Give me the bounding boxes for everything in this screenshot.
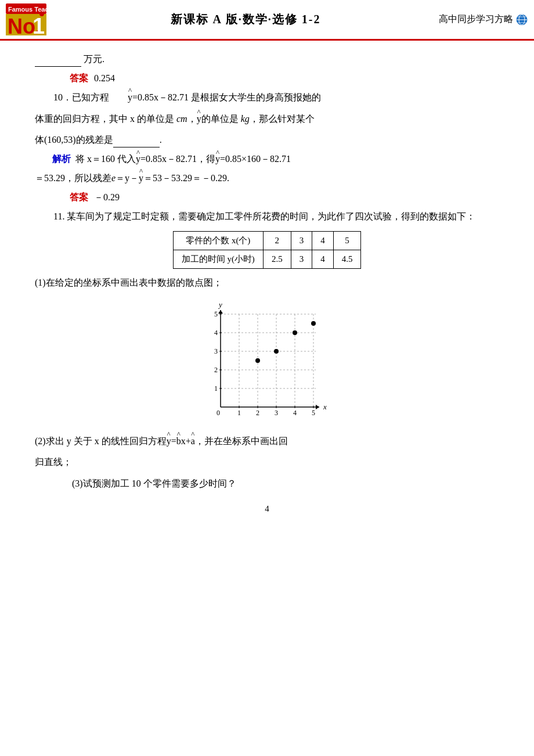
table-cell: 3 xyxy=(291,250,312,268)
page-header: Famous Teachers No. 1 新课标 A 版·数学·选修 1-2 … xyxy=(0,0,534,41)
scatter-point-2 xyxy=(274,349,279,354)
table-cell: 4 xyxy=(312,250,334,268)
answer2-row: 答案 －0.29 xyxy=(70,192,499,204)
chart-container: 0 1 2 3 4 5 x 1 2 3 xyxy=(35,300,499,427)
svg-text:x: x xyxy=(323,402,327,411)
answer1-label: 答案 xyxy=(70,73,88,85)
answer2-label: 答案 xyxy=(70,192,88,204)
header-title-center: 新课标 A 版·数学·选修 1-2 xyxy=(52,12,439,27)
table-cell: 4 xyxy=(312,231,334,250)
q10-para3: 体(160,53)的残差是. xyxy=(35,132,499,149)
svg-text:1: 1 xyxy=(33,14,45,35)
table-cell: 3 xyxy=(291,231,312,250)
globe-icon xyxy=(515,13,528,26)
y-hat-2: y xyxy=(197,111,201,128)
scatter-point-1 xyxy=(255,358,260,363)
logo: Famous Teachers No. 1 xyxy=(6,3,46,35)
svg-text:2: 2 xyxy=(256,409,259,417)
scatter-point-4 xyxy=(311,321,316,326)
table-row-data: 加工的时间 y(小时) 2.5 3 4 4.5 xyxy=(173,250,361,268)
jixi-text: 将 x＝160 代入y=0.85x－82.71，得y=0.85×160－82.7… xyxy=(73,153,291,165)
table-cell: 5 xyxy=(333,231,361,250)
svg-text:3: 3 xyxy=(214,347,218,355)
svg-marker-24 xyxy=(218,310,223,314)
page-number: 4 xyxy=(35,504,499,514)
table-cell: 2.5 xyxy=(263,250,291,268)
q11-sub3: (3)试预测加工 10 个零件需要多少时间？ xyxy=(35,476,499,492)
table-cell: 加工的时间 y(小时) xyxy=(173,250,263,268)
svg-text:Famous Teachers: Famous Teachers xyxy=(8,6,46,13)
svg-text:1: 1 xyxy=(214,384,218,393)
table-row-header: 零件的个数 x(个) 2 3 4 5 xyxy=(173,231,361,250)
table-cell: 零件的个数 x(个) xyxy=(173,231,263,250)
svg-text:5: 5 xyxy=(312,409,315,417)
svg-point-5 xyxy=(39,12,44,16)
svg-marker-23 xyxy=(316,405,319,409)
q10-blank xyxy=(113,147,160,147)
svg-text:y: y xyxy=(218,300,222,309)
y-hat-1: y xyxy=(109,89,132,106)
data-table: 零件的个数 x(个) 2 3 4 5 加工的时间 y(小时) 2.5 3 4 4… xyxy=(173,231,362,269)
jixi-row: 解析 将 x＝160 代入y=0.85x－82.71，得y=0.85×160－8… xyxy=(52,153,499,165)
q10-num: 10．已知方程y=0.85x－82.71 是根据女大学生的身高预报她的 xyxy=(53,92,321,102)
svg-text:1: 1 xyxy=(237,409,241,417)
q11-sub2-cont: 归直线； xyxy=(35,454,499,471)
q11-sub2: (2)求出 y 关于 x 的线性回归方程y=bx+a，并在坐标系中画出回 xyxy=(35,433,499,450)
scatter-point-3 xyxy=(293,330,297,335)
q11-sub1: (1)在给定的坐标系中画出表中数据的散点图； xyxy=(35,275,499,291)
intro-line: 万元. xyxy=(35,51,499,68)
header-title-right: 高中同步学习方略 xyxy=(439,13,528,26)
svg-text:4: 4 xyxy=(214,329,218,337)
table-cell: 2 xyxy=(263,231,291,250)
answer1-value: 0.254 xyxy=(94,73,115,84)
jixi-label: 解析 xyxy=(52,153,71,165)
svg-text:5: 5 xyxy=(214,310,218,318)
svg-text:2: 2 xyxy=(214,366,218,374)
q10-para1: 10．已知方程y=0.85x－82.71 是根据女大学生的身高预报她的 xyxy=(35,89,499,106)
svg-text:3: 3 xyxy=(275,409,278,417)
blank-line xyxy=(35,66,81,67)
table-cell: 4.5 xyxy=(333,250,361,268)
answer2-value: －0.29 xyxy=(94,192,120,204)
answer1-row: 答案 0.254 xyxy=(70,73,499,85)
q11-para1: 11. 某车间为了规定工时定额，需要确定加工零件所花费的时间，为此作了四次试验，… xyxy=(35,208,499,225)
main-content: 万元. 答案 0.254 10．已知方程y=0.85x－82.71 是根据女大学… xyxy=(0,41,534,531)
svg-text:4: 4 xyxy=(293,409,297,417)
svg-text:0: 0 xyxy=(217,409,220,417)
q10-para2: 体重的回归方程，其中 x 的单位是 cm，y的单位是 kg，那么针对某个 xyxy=(35,111,499,128)
scatter-chart: 0 1 2 3 4 5 x 1 2 3 xyxy=(203,300,331,427)
jixi-para2: ＝53.29，所以残差e＝y－y＝53－53.29＝－0.29. xyxy=(35,170,499,187)
